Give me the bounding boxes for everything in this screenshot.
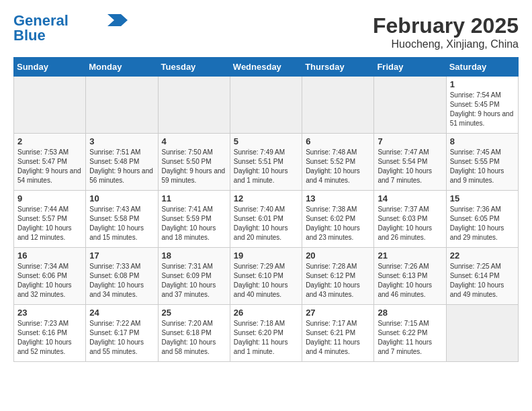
col-saturday: Saturday	[446, 58, 518, 77]
table-row: 17Sunrise: 7:33 AM Sunset: 6:08 PM Dayli…	[86, 248, 158, 305]
table-row: 4Sunrise: 7:50 AM Sunset: 5:50 PM Daylig…	[158, 134, 230, 191]
calendar-week-row: 23Sunrise: 7:23 AM Sunset: 6:16 PM Dayli…	[14, 305, 519, 362]
day-info: Sunrise: 7:45 AM Sunset: 5:55 PM Dayligh…	[450, 148, 515, 185]
table-row: 25Sunrise: 7:20 AM Sunset: 6:18 PM Dayli…	[158, 305, 230, 362]
table-row	[230, 77, 302, 134]
calendar-title-block: February 2025 Huocheng, Xinjiang, China	[373, 13, 519, 50]
logo-text: General	[13, 13, 69, 28]
table-row: 27Sunrise: 7:17 AM Sunset: 6:21 PM Dayli…	[302, 305, 374, 362]
day-number: 7	[378, 136, 442, 146]
table-row: 9Sunrise: 7:44 AM Sunset: 5:57 PM Daylig…	[14, 191, 86, 248]
day-number: 15	[450, 193, 515, 203]
page-header: General Blue February 2025 Huocheng, Xin…	[13, 13, 519, 50]
day-number: 6	[306, 136, 370, 146]
day-info: Sunrise: 7:31 AM Sunset: 6:09 PM Dayligh…	[162, 262, 226, 300]
table-row: 2Sunrise: 7:53 AM Sunset: 5:47 PM Daylig…	[14, 134, 86, 191]
day-number: 4	[162, 136, 226, 146]
col-wednesday: Wednesday	[230, 58, 302, 77]
day-info: Sunrise: 7:20 AM Sunset: 6:18 PM Dayligh…	[162, 319, 226, 357]
table-row: 28Sunrise: 7:15 AM Sunset: 6:22 PM Dayli…	[374, 305, 446, 362]
table-row: 10Sunrise: 7:43 AM Sunset: 5:58 PM Dayli…	[86, 191, 158, 248]
day-number: 23	[17, 308, 82, 318]
day-info: Sunrise: 7:23 AM Sunset: 6:16 PM Dayligh…	[17, 319, 82, 357]
calendar-week-row: 9Sunrise: 7:44 AM Sunset: 5:57 PM Daylig…	[14, 191, 519, 248]
day-info: Sunrise: 7:17 AM Sunset: 6:21 PM Dayligh…	[306, 319, 370, 357]
day-number: 14	[378, 193, 442, 203]
table-row: 21Sunrise: 7:26 AM Sunset: 6:13 PM Dayli…	[374, 248, 446, 305]
table-row: 3Sunrise: 7:51 AM Sunset: 5:48 PM Daylig…	[86, 134, 158, 191]
day-info: Sunrise: 7:34 AM Sunset: 6:06 PM Dayligh…	[17, 262, 82, 300]
day-number: 3	[89, 136, 154, 146]
table-row: 16Sunrise: 7:34 AM Sunset: 6:06 PM Dayli…	[14, 248, 86, 305]
table-row: 23Sunrise: 7:23 AM Sunset: 6:16 PM Dayli…	[14, 305, 86, 362]
day-info: Sunrise: 7:41 AM Sunset: 5:59 PM Dayligh…	[162, 205, 226, 242]
day-info: Sunrise: 7:25 AM Sunset: 6:14 PM Dayligh…	[450, 262, 515, 300]
day-info: Sunrise: 7:22 AM Sunset: 6:17 PM Dayligh…	[89, 319, 154, 357]
day-number: 1	[450, 79, 515, 89]
table-row: 12Sunrise: 7:40 AM Sunset: 6:01 PM Dayli…	[230, 191, 302, 248]
table-row: 5Sunrise: 7:49 AM Sunset: 5:51 PM Daylig…	[230, 134, 302, 191]
day-info: Sunrise: 7:18 AM Sunset: 6:20 PM Dayligh…	[234, 319, 298, 357]
day-number: 27	[306, 308, 370, 318]
col-friday: Friday	[374, 58, 446, 77]
day-number: 5	[234, 136, 298, 146]
day-info: Sunrise: 7:47 AM Sunset: 5:54 PM Dayligh…	[378, 148, 442, 185]
day-number: 20	[306, 250, 370, 261]
table-row: 11Sunrise: 7:41 AM Sunset: 5:59 PM Dayli…	[158, 191, 230, 248]
table-row: 14Sunrise: 7:37 AM Sunset: 6:03 PM Dayli…	[374, 191, 446, 248]
day-number: 18	[162, 250, 226, 261]
table-row: 8Sunrise: 7:45 AM Sunset: 5:55 PM Daylig…	[446, 134, 518, 191]
col-tuesday: Tuesday	[158, 58, 230, 77]
table-row	[374, 77, 446, 134]
day-info: Sunrise: 7:49 AM Sunset: 5:51 PM Dayligh…	[234, 148, 298, 185]
table-row: 26Sunrise: 7:18 AM Sunset: 6:20 PM Dayli…	[230, 305, 302, 362]
day-info: Sunrise: 7:28 AM Sunset: 6:12 PM Dayligh…	[306, 262, 370, 300]
logo: General Blue	[13, 13, 128, 43]
calendar-title: February 2025	[373, 13, 519, 38]
day-info: Sunrise: 7:36 AM Sunset: 6:05 PM Dayligh…	[450, 205, 515, 242]
table-row: 19Sunrise: 7:29 AM Sunset: 6:10 PM Dayli…	[230, 248, 302, 305]
table-row: 24Sunrise: 7:22 AM Sunset: 6:17 PM Dayli…	[86, 305, 158, 362]
logo-blue-text: Blue	[13, 28, 46, 43]
table-row: 22Sunrise: 7:25 AM Sunset: 6:14 PM Dayli…	[446, 248, 518, 305]
day-info: Sunrise: 7:53 AM Sunset: 5:47 PM Dayligh…	[17, 148, 82, 185]
table-row: 7Sunrise: 7:47 AM Sunset: 5:54 PM Daylig…	[374, 134, 446, 191]
day-info: Sunrise: 7:38 AM Sunset: 6:02 PM Dayligh…	[306, 205, 370, 242]
day-info: Sunrise: 7:29 AM Sunset: 6:10 PM Dayligh…	[234, 262, 298, 300]
day-info: Sunrise: 7:26 AM Sunset: 6:13 PM Dayligh…	[378, 262, 442, 300]
day-info: Sunrise: 7:51 AM Sunset: 5:48 PM Dayligh…	[89, 148, 154, 185]
day-info: Sunrise: 7:48 AM Sunset: 5:52 PM Dayligh…	[306, 148, 370, 185]
table-row: 18Sunrise: 7:31 AM Sunset: 6:09 PM Dayli…	[158, 248, 230, 305]
day-number: 11	[162, 193, 226, 203]
logo-icon	[107, 14, 128, 26]
day-number: 21	[378, 250, 442, 261]
day-number: 26	[234, 308, 298, 318]
day-number: 10	[89, 193, 154, 203]
col-monday: Monday	[86, 58, 158, 77]
calendar-week-row: 16Sunrise: 7:34 AM Sunset: 6:06 PM Dayli…	[14, 248, 519, 305]
day-number: 22	[450, 250, 515, 261]
day-number: 8	[450, 136, 515, 146]
table-row	[158, 77, 230, 134]
day-info: Sunrise: 7:40 AM Sunset: 6:01 PM Dayligh…	[234, 205, 298, 242]
calendar-table: Sunday Monday Tuesday Wednesday Thursday…	[13, 57, 519, 362]
day-number: 28	[378, 308, 442, 318]
table-row	[86, 77, 158, 134]
table-row: 13Sunrise: 7:38 AM Sunset: 6:02 PM Dayli…	[302, 191, 374, 248]
table-row: 1Sunrise: 7:54 AM Sunset: 5:45 PM Daylig…	[446, 77, 518, 134]
day-number: 25	[162, 308, 226, 318]
day-info: Sunrise: 7:43 AM Sunset: 5:58 PM Dayligh…	[89, 205, 154, 242]
day-number: 17	[89, 250, 154, 261]
day-number: 2	[17, 136, 82, 146]
calendar-header-row: Sunday Monday Tuesday Wednesday Thursday…	[14, 58, 519, 77]
calendar-week-row: 1Sunrise: 7:54 AM Sunset: 5:45 PM Daylig…	[14, 77, 519, 134]
day-info: Sunrise: 7:33 AM Sunset: 6:08 PM Dayligh…	[89, 262, 154, 300]
day-number: 13	[306, 193, 370, 203]
day-number: 19	[234, 250, 298, 261]
table-row	[446, 305, 518, 362]
calendar-subtitle: Huocheng, Xinjiang, China	[373, 38, 519, 50]
day-info: Sunrise: 7:44 AM Sunset: 5:57 PM Dayligh…	[17, 205, 82, 242]
day-number: 12	[234, 193, 298, 203]
table-row	[14, 77, 86, 134]
day-info: Sunrise: 7:50 AM Sunset: 5:50 PM Dayligh…	[162, 148, 226, 185]
